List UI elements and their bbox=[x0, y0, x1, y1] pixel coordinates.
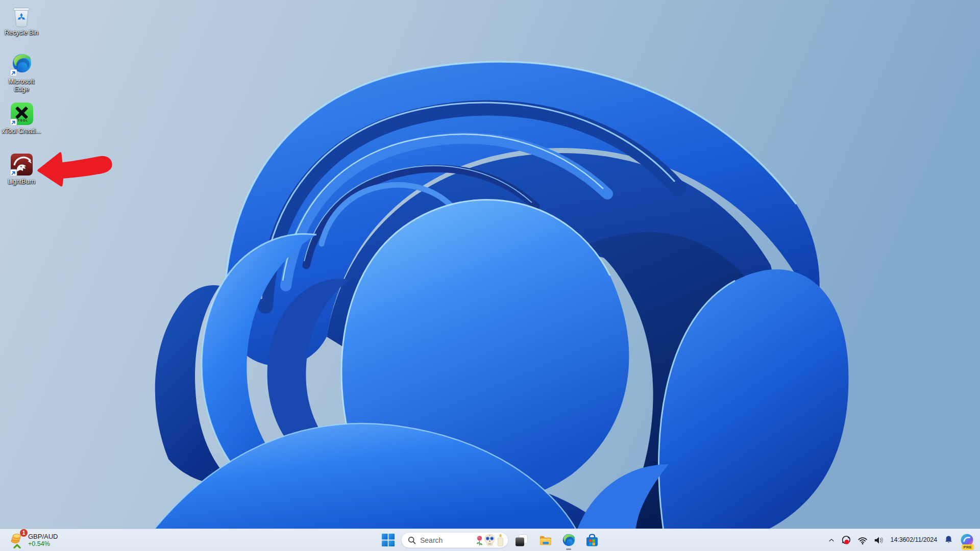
desktop-icon-label: Recycle Bin bbox=[1, 29, 42, 37]
edge-running-indicator bbox=[566, 548, 571, 550]
task-view-icon bbox=[515, 534, 528, 547]
volume-icon bbox=[873, 535, 885, 546]
widget-notification-badge: 1 bbox=[20, 529, 28, 537]
desktop-icon-recycle-bin[interactable]: Recycle Bin bbox=[1, 4, 42, 37]
search-placeholder: Search bbox=[420, 536, 472, 544]
time-text: 14:36 bbox=[891, 536, 906, 544]
file-explorer-icon bbox=[538, 533, 552, 547]
volume-tray-button[interactable] bbox=[871, 531, 887, 549]
trend-up-icon bbox=[13, 543, 21, 548]
xtool-icon: XTOOL bbox=[9, 102, 34, 127]
wallpaper bbox=[0, 0, 980, 551]
notification-center-button[interactable] bbox=[941, 531, 957, 549]
copilot-preview-badge: PRE bbox=[962, 544, 973, 550]
search-icon bbox=[408, 536, 416, 544]
edge-taskbar-button[interactable] bbox=[558, 530, 579, 550]
desktop-icon-xtool-creative-space[interactable]: XTOOL xTool Creati... bbox=[1, 102, 42, 135]
task-view-button[interactable] bbox=[511, 530, 532, 550]
candle-icon bbox=[497, 534, 504, 546]
microsoft-store-icon bbox=[585, 534, 599, 547]
widgets-stock-button[interactable]: 1 GBP/AUD +0.54% bbox=[5, 529, 62, 551]
edge-icon bbox=[562, 533, 576, 547]
file-explorer-button[interactable] bbox=[535, 530, 555, 550]
hidden-icons-button[interactable] bbox=[825, 531, 838, 549]
coins-icon: 1 bbox=[10, 532, 23, 543]
clock[interactable]: 14:36 02/11/2024 bbox=[887, 531, 941, 549]
sync-alert-tray-button[interactable] bbox=[838, 531, 854, 549]
bloom-wallpaper-art bbox=[0, 0, 980, 551]
system-tray: 14:36 02/11/2024 PRE bbox=[825, 529, 977, 551]
stock-pair-label: GBP/AUD bbox=[28, 533, 58, 540]
chevron-up-icon bbox=[827, 536, 836, 544]
red-arrow-annotation bbox=[34, 150, 115, 190]
rose-icon bbox=[476, 535, 483, 546]
sync-alert-icon bbox=[841, 535, 852, 546]
seasonal-decoration bbox=[476, 534, 505, 546]
wifi-icon bbox=[857, 535, 868, 546]
edge-icon bbox=[9, 53, 34, 77]
start-button[interactable] bbox=[378, 530, 398, 550]
desktop-icon-label: xTool Creati... bbox=[1, 128, 42, 135]
sugar-skull-icon bbox=[483, 534, 496, 546]
notification-bell-icon bbox=[943, 535, 954, 545]
taskbar: 1 GBP/AUD +0.54% bbox=[0, 529, 980, 551]
microsoft-store-button[interactable] bbox=[582, 530, 602, 550]
svg-text:XTOOL: XTOOL bbox=[15, 119, 28, 122]
taskbar-center: Search bbox=[378, 529, 602, 551]
stock-change-label: +0.54% bbox=[28, 540, 58, 548]
search-box[interactable]: Search bbox=[401, 532, 508, 548]
desktop-icon-microsoft-edge[interactable]: Microsoft Edge bbox=[1, 53, 42, 93]
date-text: 02/11/2024 bbox=[906, 536, 937, 544]
desktop-icon-label: Microsoft Edge bbox=[1, 78, 42, 93]
network-tray-button[interactable] bbox=[854, 531, 871, 549]
copilot-button[interactable]: PRE bbox=[957, 531, 977, 549]
windows-start-icon bbox=[382, 534, 395, 546]
recycle-bin-icon bbox=[9, 4, 34, 28]
lightburn-icon bbox=[9, 153, 34, 177]
